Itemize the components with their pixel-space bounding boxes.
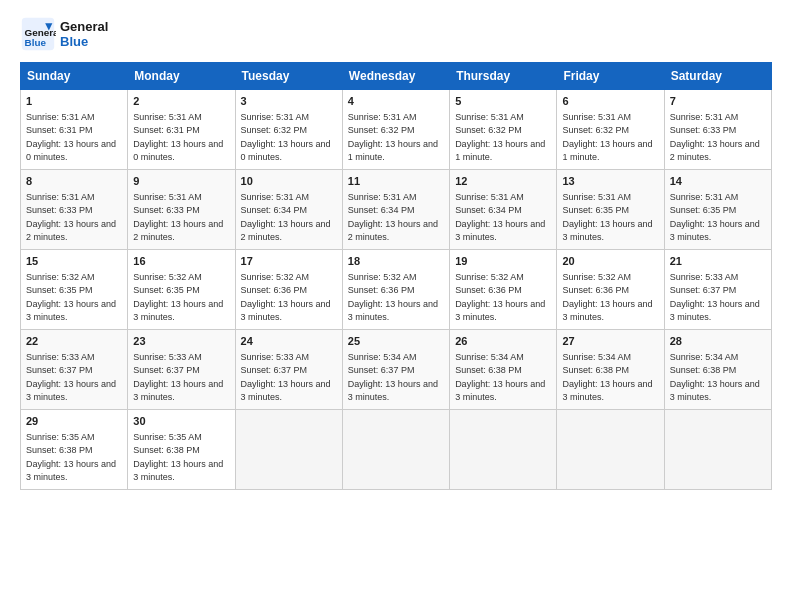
calendar-cell: 7Sunrise: 5:31 AMSunset: 6:33 PMDaylight…	[664, 90, 771, 170]
daylight-label: Daylight: 13 hours and 2 minutes.	[348, 219, 438, 243]
calendar-cell: 15Sunrise: 5:32 AMSunset: 6:35 PMDayligh…	[21, 250, 128, 330]
sunrise-label: Sunrise: 5:31 AM	[241, 112, 310, 122]
day-number: 4	[348, 94, 444, 110]
daylight-label: Daylight: 13 hours and 3 minutes.	[455, 219, 545, 243]
sunrise-label: Sunrise: 5:32 AM	[26, 272, 95, 282]
day-number: 28	[670, 334, 766, 350]
calendar-cell: 23Sunrise: 5:33 AMSunset: 6:37 PMDayligh…	[128, 330, 235, 410]
sunset-label: Sunset: 6:34 PM	[348, 205, 415, 215]
daylight-label: Daylight: 13 hours and 3 minutes.	[670, 219, 760, 243]
day-number: 11	[348, 174, 444, 190]
daylight-label: Daylight: 13 hours and 3 minutes.	[562, 299, 652, 323]
logo: General Blue General Blue	[20, 16, 108, 52]
calendar-header: SundayMondayTuesdayWednesdayThursdayFrid…	[21, 63, 772, 90]
sunset-label: Sunset: 6:36 PM	[455, 285, 522, 295]
sunset-label: Sunset: 6:31 PM	[26, 125, 93, 135]
day-number: 21	[670, 254, 766, 270]
svg-text:Blue: Blue	[25, 37, 47, 48]
sunset-label: Sunset: 6:35 PM	[26, 285, 93, 295]
day-info: Sunrise: 5:34 AMSunset: 6:38 PMDaylight:…	[455, 351, 551, 405]
sunrise-label: Sunrise: 5:31 AM	[670, 112, 739, 122]
daylight-label: Daylight: 13 hours and 3 minutes.	[455, 379, 545, 403]
day-info: Sunrise: 5:32 AMSunset: 6:35 PMDaylight:…	[133, 271, 229, 325]
sunrise-label: Sunrise: 5:34 AM	[348, 352, 417, 362]
calendar-cell: 3Sunrise: 5:31 AMSunset: 6:32 PMDaylight…	[235, 90, 342, 170]
day-number: 22	[26, 334, 122, 350]
day-info: Sunrise: 5:34 AMSunset: 6:38 PMDaylight:…	[670, 351, 766, 405]
day-info: Sunrise: 5:31 AMSunset: 6:34 PMDaylight:…	[348, 191, 444, 245]
day-number: 26	[455, 334, 551, 350]
day-info: Sunrise: 5:34 AMSunset: 6:37 PMDaylight:…	[348, 351, 444, 405]
daylight-label: Daylight: 13 hours and 2 minutes.	[241, 219, 331, 243]
calendar-cell	[557, 410, 664, 490]
day-number: 29	[26, 414, 122, 430]
calendar-cell: 26Sunrise: 5:34 AMSunset: 6:38 PMDayligh…	[450, 330, 557, 410]
day-info: Sunrise: 5:31 AMSunset: 6:35 PMDaylight:…	[670, 191, 766, 245]
day-number: 23	[133, 334, 229, 350]
sunrise-label: Sunrise: 5:32 AM	[241, 272, 310, 282]
sunrise-label: Sunrise: 5:31 AM	[241, 192, 310, 202]
sunrise-label: Sunrise: 5:32 AM	[348, 272, 417, 282]
day-info: Sunrise: 5:35 AMSunset: 6:38 PMDaylight:…	[26, 431, 122, 485]
daylight-label: Daylight: 13 hours and 3 minutes.	[562, 219, 652, 243]
sunrise-label: Sunrise: 5:33 AM	[670, 272, 739, 282]
sunset-label: Sunset: 6:36 PM	[348, 285, 415, 295]
day-info: Sunrise: 5:32 AMSunset: 6:36 PMDaylight:…	[562, 271, 658, 325]
daylight-label: Daylight: 13 hours and 3 minutes.	[26, 459, 116, 483]
day-info: Sunrise: 5:32 AMSunset: 6:36 PMDaylight:…	[348, 271, 444, 325]
sunset-label: Sunset: 6:31 PM	[133, 125, 200, 135]
sunset-label: Sunset: 6:38 PM	[133, 445, 200, 455]
day-number: 15	[26, 254, 122, 270]
sunrise-label: Sunrise: 5:31 AM	[26, 192, 95, 202]
sunset-label: Sunset: 6:38 PM	[26, 445, 93, 455]
day-number: 10	[241, 174, 337, 190]
logo-icon: General Blue	[20, 16, 56, 52]
sunset-label: Sunset: 6:33 PM	[133, 205, 200, 215]
sunrise-label: Sunrise: 5:31 AM	[455, 112, 524, 122]
sunset-label: Sunset: 6:34 PM	[455, 205, 522, 215]
calendar-cell	[342, 410, 449, 490]
week-row-5: 29Sunrise: 5:35 AMSunset: 6:38 PMDayligh…	[21, 410, 772, 490]
day-info: Sunrise: 5:35 AMSunset: 6:38 PMDaylight:…	[133, 431, 229, 485]
calendar-cell: 25Sunrise: 5:34 AMSunset: 6:37 PMDayligh…	[342, 330, 449, 410]
weekday-header-friday: Friday	[557, 63, 664, 90]
day-number: 20	[562, 254, 658, 270]
sunset-label: Sunset: 6:32 PM	[455, 125, 522, 135]
logo-blue: Blue	[60, 34, 108, 49]
day-info: Sunrise: 5:31 AMSunset: 6:33 PMDaylight:…	[670, 111, 766, 165]
sunrise-label: Sunrise: 5:31 AM	[133, 192, 202, 202]
week-row-1: 1Sunrise: 5:31 AMSunset: 6:31 PMDaylight…	[21, 90, 772, 170]
daylight-label: Daylight: 13 hours and 1 minute.	[348, 139, 438, 163]
daylight-label: Daylight: 13 hours and 1 minute.	[455, 139, 545, 163]
sunrise-label: Sunrise: 5:33 AM	[26, 352, 95, 362]
sunset-label: Sunset: 6:33 PM	[670, 125, 737, 135]
daylight-label: Daylight: 13 hours and 3 minutes.	[670, 299, 760, 323]
logo-general: General	[60, 19, 108, 34]
calendar-cell: 9Sunrise: 5:31 AMSunset: 6:33 PMDaylight…	[128, 170, 235, 250]
week-row-2: 8Sunrise: 5:31 AMSunset: 6:33 PMDaylight…	[21, 170, 772, 250]
daylight-label: Daylight: 13 hours and 3 minutes.	[348, 379, 438, 403]
calendar-cell	[664, 410, 771, 490]
sunset-label: Sunset: 6:38 PM	[562, 365, 629, 375]
calendar-cell: 12Sunrise: 5:31 AMSunset: 6:34 PMDayligh…	[450, 170, 557, 250]
day-number: 25	[348, 334, 444, 350]
daylight-label: Daylight: 13 hours and 0 minutes.	[133, 139, 223, 163]
day-info: Sunrise: 5:31 AMSunset: 6:32 PMDaylight:…	[455, 111, 551, 165]
calendar-cell	[235, 410, 342, 490]
calendar-cell: 18Sunrise: 5:32 AMSunset: 6:36 PMDayligh…	[342, 250, 449, 330]
sunrise-label: Sunrise: 5:31 AM	[348, 192, 417, 202]
day-info: Sunrise: 5:33 AMSunset: 6:37 PMDaylight:…	[670, 271, 766, 325]
day-number: 27	[562, 334, 658, 350]
header: General Blue General Blue	[20, 16, 772, 52]
sunset-label: Sunset: 6:36 PM	[241, 285, 308, 295]
day-info: Sunrise: 5:32 AMSunset: 6:35 PMDaylight:…	[26, 271, 122, 325]
sunset-label: Sunset: 6:37 PM	[670, 285, 737, 295]
calendar-cell: 17Sunrise: 5:32 AMSunset: 6:36 PMDayligh…	[235, 250, 342, 330]
weekday-header-saturday: Saturday	[664, 63, 771, 90]
day-number: 19	[455, 254, 551, 270]
weekday-header-monday: Monday	[128, 63, 235, 90]
day-number: 30	[133, 414, 229, 430]
calendar-cell: 2Sunrise: 5:31 AMSunset: 6:31 PMDaylight…	[128, 90, 235, 170]
sunrise-label: Sunrise: 5:35 AM	[26, 432, 95, 442]
day-number: 12	[455, 174, 551, 190]
